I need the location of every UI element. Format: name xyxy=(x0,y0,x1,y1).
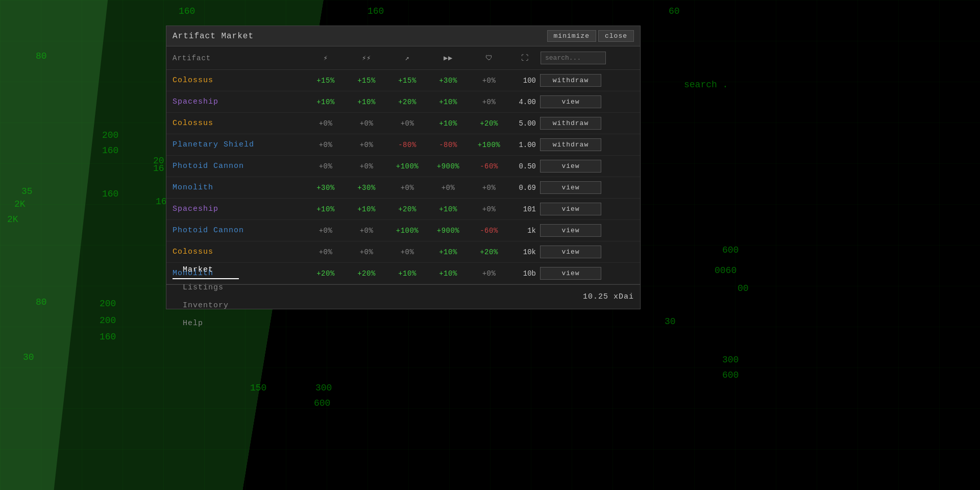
window-title: Artifact Market xyxy=(173,32,254,41)
stat-1: +0% xyxy=(305,227,346,235)
action-button-view[interactable]: view xyxy=(540,203,601,215)
map-label: 0060 xyxy=(715,265,737,276)
stat-3: +15% xyxy=(387,77,428,85)
stat-2: +0% xyxy=(346,119,387,128)
stat-3: +100% xyxy=(387,162,428,170)
close-button[interactable]: close xyxy=(598,30,634,42)
stat-5: +0% xyxy=(469,184,509,192)
artifact-name: Photoid Cannon xyxy=(173,162,305,170)
action-button-view[interactable]: view xyxy=(540,95,601,108)
header-search-cell[interactable] xyxy=(540,52,606,64)
map-label: 30 xyxy=(23,352,34,362)
action-button-view[interactable]: view xyxy=(540,160,601,173)
stat-1: +10% xyxy=(305,98,346,106)
header-bolt-icon: ⚡ xyxy=(305,54,346,62)
stat-2: +10% xyxy=(346,205,387,213)
header-shield-icon: 🛡 xyxy=(469,54,509,62)
header-double-arrow-icon: ▶▶ xyxy=(428,54,469,62)
stat-5: +100% xyxy=(469,141,509,149)
map-label: 30 xyxy=(665,316,676,327)
artifact-name: Photoid Cannon xyxy=(173,226,305,235)
map-label: 16 xyxy=(156,197,167,207)
action-button-view[interactable]: view xyxy=(540,267,601,280)
stat-4: +900% xyxy=(428,227,469,235)
qty-cell: 10k xyxy=(509,248,540,256)
table-row: Colossus +0% +0% +0% +10% +20% 10k view xyxy=(166,241,640,263)
stat-5: +20% xyxy=(469,119,509,128)
tab-inventory[interactable]: Inventory xyxy=(173,297,239,315)
stat-1: +20% xyxy=(305,270,346,278)
artifact-name: Spaceship xyxy=(173,97,305,106)
qty-cell: 1.00 xyxy=(509,141,540,149)
header-expand-icon: ⛶ xyxy=(509,54,540,62)
qty-cell: 101 xyxy=(509,205,540,213)
action-button-view[interactable]: view xyxy=(540,181,601,194)
map-label: 00 xyxy=(738,283,749,293)
tab-market[interactable]: Market xyxy=(173,261,239,279)
action-button-withdraw[interactable]: withdraw xyxy=(540,117,601,130)
stat-1: +0% xyxy=(305,141,346,149)
qty-cell: 10b xyxy=(509,270,540,278)
action-button-withdraw[interactable]: withdraw xyxy=(540,138,601,151)
map-label: 60 xyxy=(669,6,680,16)
artifact-name: Colossus xyxy=(173,76,305,85)
artifact-market-window: Artifact Market minimize close Artifact … xyxy=(166,26,641,309)
map-label: 200 xyxy=(102,130,118,140)
tab-help[interactable]: Help xyxy=(173,315,239,333)
stat-5: +0% xyxy=(469,270,509,278)
map-label: 200 xyxy=(100,315,116,326)
action-button-view[interactable]: view xyxy=(540,224,601,237)
stat-4: +30% xyxy=(428,77,469,85)
stat-4: +10% xyxy=(428,270,469,278)
header-double-bolt-icon: ⚡⚡ xyxy=(346,54,387,62)
map-label: 600 xyxy=(314,398,330,408)
stat-2: +0% xyxy=(346,227,387,235)
stat-1: +30% xyxy=(305,184,346,192)
stat-4: +10% xyxy=(428,205,469,213)
table-row: Photoid Cannon +0% +0% +100% +900% -60% … xyxy=(166,156,640,177)
map-label: 200 xyxy=(100,299,116,309)
balance-display: 10.25 xDai xyxy=(583,292,634,301)
stat-3: +0% xyxy=(387,248,428,256)
table-row: Photoid Cannon +0% +0% +100% +900% -60% … xyxy=(166,220,640,241)
map-label: 2K xyxy=(7,214,18,225)
window-controls: minimize close xyxy=(547,30,634,42)
table-rows: Colossus +15% +15% +15% +30% +0% 100 wit… xyxy=(166,70,640,284)
map-label: 160 xyxy=(102,189,118,199)
titlebar: Artifact Market minimize close xyxy=(166,26,640,46)
search-input[interactable] xyxy=(541,52,606,64)
footer: MarketListingsInventoryHelp 10.25 xDai xyxy=(166,284,640,309)
qty-cell: 0.50 xyxy=(509,162,540,170)
table-row: Spaceship +10% +10% +20% +10% +0% 101 vi… xyxy=(166,199,640,220)
stat-3: +20% xyxy=(387,98,428,106)
stat-2: +15% xyxy=(346,77,387,85)
stat-3: +20% xyxy=(387,205,428,213)
stat-3: +0% xyxy=(387,119,428,128)
stat-2: +30% xyxy=(346,184,387,192)
stat-3: -80% xyxy=(387,141,428,149)
map-label: 16 xyxy=(153,163,164,174)
artifact-name: Spaceship xyxy=(173,205,305,213)
stat-5: -60% xyxy=(469,227,509,235)
table-header: Artifact ⚡ ⚡⚡ ↗ ▶▶ 🛡 ⛶ xyxy=(166,46,640,70)
map-label: 35 xyxy=(21,186,33,197)
minimize-button[interactable]: minimize xyxy=(547,30,596,42)
qty-cell: 1k xyxy=(509,227,540,235)
table-row: Spaceship +10% +10% +20% +10% +0% 4.00 v… xyxy=(166,91,640,113)
stat-4: +0% xyxy=(428,184,469,192)
stat-3: +0% xyxy=(387,184,428,192)
action-button-withdraw[interactable]: withdraw xyxy=(540,74,601,87)
map-label: 300 xyxy=(722,355,739,365)
tab-listings[interactable]: Listings xyxy=(173,279,239,297)
map-label: 80 xyxy=(36,51,47,61)
action-button-view[interactable]: view xyxy=(540,246,601,258)
stat-3: +100% xyxy=(387,227,428,235)
stat-2: +0% xyxy=(346,162,387,170)
stat-3: +10% xyxy=(387,270,428,278)
stat-5: +0% xyxy=(469,77,509,85)
qty-cell: 100 xyxy=(509,77,540,85)
stat-2: +0% xyxy=(346,248,387,256)
stat-4: +10% xyxy=(428,119,469,128)
map-label: 160 xyxy=(179,6,195,16)
stat-1: +15% xyxy=(305,77,346,85)
